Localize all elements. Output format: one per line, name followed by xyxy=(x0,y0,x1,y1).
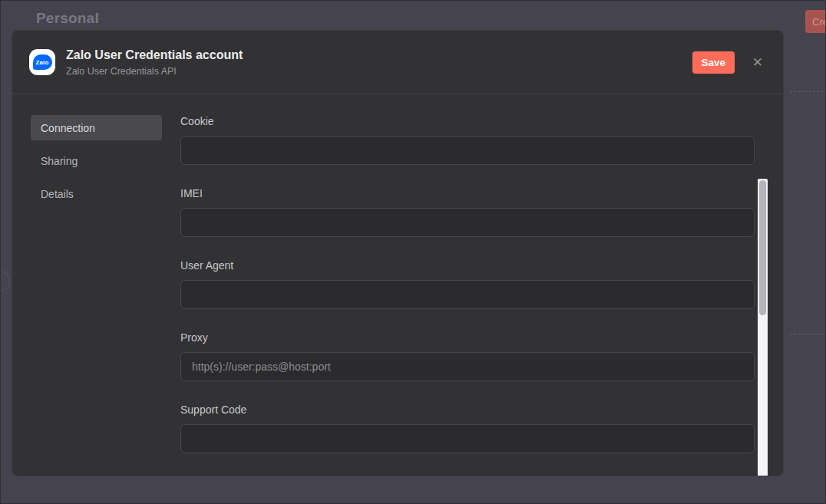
sidebar-item-label: Connection xyxy=(41,122,95,134)
user-agent-label: User Agent xyxy=(180,259,755,273)
sidebar-item-label: Details xyxy=(41,188,74,200)
save-button[interactable]: Save xyxy=(692,51,735,74)
cookie-label: Cookie xyxy=(180,114,755,129)
sidebar-item-details[interactable]: Details xyxy=(31,181,162,206)
form-field-proxy: Proxy xyxy=(180,331,755,381)
modal-title: Zalo User Credentials account xyxy=(66,48,243,62)
create-credential-button[interactable]: Cre xyxy=(805,10,826,33)
cookie-input[interactable] xyxy=(180,136,755,165)
zalo-logo-icon: Zalo xyxy=(29,49,55,75)
scrollbar[interactable] xyxy=(758,179,768,476)
sidebar-item-sharing[interactable]: Sharing xyxy=(31,148,162,173)
form-field-cookie: Cookie xyxy=(180,114,755,165)
credential-form: CookieIMEIUser AgentProxySupport Code xyxy=(180,94,755,456)
imei-label: IMEI xyxy=(180,186,755,201)
close-icon[interactable]: ✕ xyxy=(751,54,765,71)
zalo-logo-bubble: Zalo xyxy=(33,54,52,70)
background-dashed-divider xyxy=(790,91,826,92)
form-field-user-agent: User Agent xyxy=(180,259,755,309)
proxy-input[interactable] xyxy=(180,352,755,381)
modal-subtitle: Zalo User Credentials API xyxy=(66,66,243,77)
credential-modal: Zalo Zalo User Credentials account Zalo … xyxy=(12,30,784,476)
support-code-label: Support Code xyxy=(180,403,755,417)
page-title: Personal xyxy=(36,10,99,27)
modal-body: ConnectionSharingDetails CookieIMEIUser … xyxy=(12,94,783,476)
imei-input[interactable] xyxy=(180,208,755,237)
form-field-imei: IMEI xyxy=(180,186,755,237)
support-code-input[interactable] xyxy=(180,424,755,453)
background-dashed-arc xyxy=(0,271,10,291)
sidebar-item-connection[interactable]: Connection xyxy=(31,115,162,140)
modal-sidebar: ConnectionSharingDetails xyxy=(12,94,180,476)
background-dashed-divider xyxy=(790,334,826,334)
sidebar-item-label: Sharing xyxy=(41,155,78,167)
user-agent-input[interactable] xyxy=(180,280,755,309)
modal-header: Zalo Zalo User Credentials account Zalo … xyxy=(12,31,783,94)
proxy-label: Proxy xyxy=(180,331,755,345)
modal-title-block: Zalo User Credentials account Zalo User … xyxy=(66,48,243,76)
scrollbar-thumb[interactable] xyxy=(759,180,766,315)
credentials-page: { "page": { "heading": "Personal", "crea… xyxy=(0,0,826,504)
form-field-support-code: Support Code xyxy=(180,403,755,453)
